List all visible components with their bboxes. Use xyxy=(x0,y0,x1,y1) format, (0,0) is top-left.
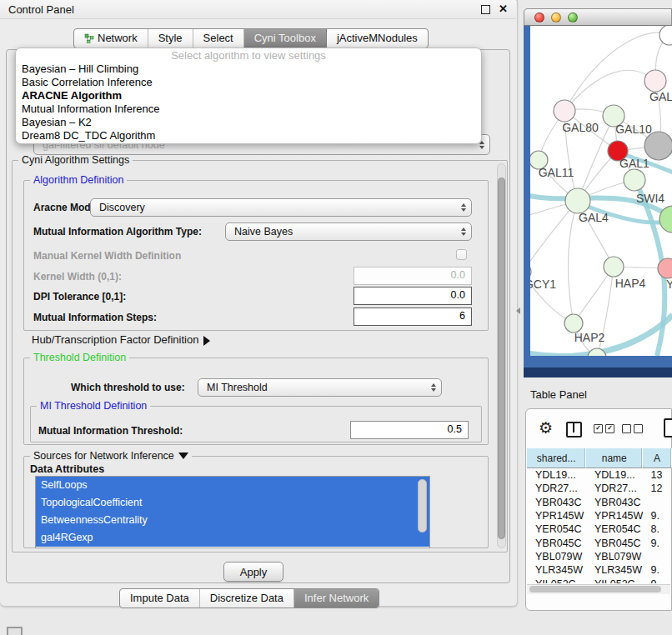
mi-type-value: Naive Bayes xyxy=(234,226,293,238)
network-node[interactable] xyxy=(564,314,583,332)
table-row[interactable]: YBL079WYBL079W xyxy=(527,550,672,563)
kernel-width-field[interactable]: 0.0 xyxy=(354,267,472,285)
algorithm-option[interactable]: Bayesian – K2 xyxy=(16,116,481,129)
column-header[interactable]: A xyxy=(643,448,672,468)
mi-threshold-definition-title: MI Threshold Definition xyxy=(37,400,150,412)
table-cell: 8. xyxy=(643,523,672,535)
table-row[interactable]: YLR345WYLR345W9. xyxy=(527,563,672,577)
threshold-definition-title: Threshold Definition xyxy=(30,352,129,363)
network-node[interactable] xyxy=(644,132,672,160)
network-canvas[interactable]: GALGAL80GAL10GAL1GAL11SWI4GAL4GCY1HAP4YH… xyxy=(530,26,672,356)
algorithm-option[interactable]: Basic Correlation Inference xyxy=(16,76,481,89)
control-panel-titlebar: Control Panel ✕ xyxy=(0,0,516,19)
table-cell: YBL079W xyxy=(586,551,643,562)
node-label: HAP2 xyxy=(574,331,605,344)
tab-network[interactable]: Network xyxy=(74,29,148,48)
mi-steps-field[interactable]: 6 xyxy=(354,308,472,326)
attribute-item-selected[interactable]: SelfLoops xyxy=(36,477,429,494)
aracne-mode-combo[interactable]: Discovery xyxy=(90,198,472,217)
tab-jactivemnodules[interactable]: jActiveMNodules xyxy=(327,29,428,48)
attribute-item-selected[interactable]: BetweennessCentrality xyxy=(36,512,429,529)
network-node[interactable] xyxy=(565,188,590,213)
data-attributes-list[interactable]: SelfLoops TopologicalCoefficient Between… xyxy=(35,476,430,548)
table-settings-gear-icon[interactable]: ⚙ xyxy=(539,420,553,436)
table-row[interactable]: YDR27...YDR27...12 xyxy=(527,482,672,495)
hub-definition-expander[interactable]: Hub/Transcription Factor Definition xyxy=(32,333,210,346)
algorithm-dropdown-prompt: Select algorithm to view settings xyxy=(16,48,481,62)
minimize-window-button[interactable] xyxy=(551,12,561,22)
tab-impute-data[interactable]: Impute Data xyxy=(120,589,200,608)
zoom-window-button[interactable] xyxy=(568,12,578,22)
table-cell: YER054C xyxy=(586,523,643,535)
sources-expander[interactable]: Sources for Network Inference xyxy=(30,450,192,462)
network-node[interactable] xyxy=(644,70,666,92)
attribute-item-selected[interactable]: TopologicalCoefficient xyxy=(36,494,429,512)
attribute-list-scrollbar[interactable] xyxy=(418,479,427,532)
close-panel-icon[interactable]: ✕ xyxy=(499,5,508,13)
minimized-panel-icon[interactable] xyxy=(7,627,23,635)
table-row[interactable]: YPR145WYPR145W9. xyxy=(527,509,672,522)
show-columns-icon[interactable] xyxy=(566,422,582,438)
panel-splitter-grip[interactable] xyxy=(516,308,520,314)
table-row[interactable]: YIL052CYIL052C9 xyxy=(527,577,672,583)
which-threshold-value: MI Threshold xyxy=(207,382,268,393)
table-cell: YLR345W xyxy=(527,564,586,576)
node-label: GAL10 xyxy=(615,122,652,136)
mi-threshold-field[interactable]: 0.5 xyxy=(350,421,469,439)
manual-kernel-checkbox[interactable] xyxy=(456,249,467,260)
select-all-rows-icon[interactable]: ✓ ✓ xyxy=(594,424,614,433)
aracne-mode-value: Discovery xyxy=(99,202,145,213)
tab-cyni-toolbox[interactable]: Cyni Toolbox xyxy=(244,29,327,48)
table-cell: YBL079W xyxy=(527,551,586,562)
mi-type-combo[interactable]: Naive Bayes xyxy=(225,222,472,241)
tab-network-label: Network xyxy=(98,32,138,44)
tab-discretize-data[interactable]: Discretize Data xyxy=(200,589,294,608)
attribute-item-selected[interactable]: gal4RGexp xyxy=(36,529,429,547)
algorithm-option-selected[interactable]: ARACNE Algorithm xyxy=(16,89,481,102)
tab-style-label: Style xyxy=(158,32,183,44)
expander-down-icon xyxy=(178,452,188,459)
tab-discretize-data-label: Discretize Data xyxy=(210,592,283,604)
dpi-tolerance-label: DPI Tolerance [0,1]: xyxy=(33,291,126,302)
which-threshold-label: Which threshold to use: xyxy=(71,382,185,393)
column-header[interactable]: shared... xyxy=(527,448,586,468)
table-row[interactable]: YER054CYER054C8. xyxy=(527,522,672,536)
tab-infer-network[interactable]: Infer Network xyxy=(294,589,379,608)
table-cell: YBR043C xyxy=(586,497,643,508)
deselect-all-rows-icon[interactable] xyxy=(622,424,643,433)
which-threshold-combo[interactable]: MI Threshold xyxy=(198,378,442,397)
table-cell: YBR045C xyxy=(586,538,643,549)
network-icon xyxy=(84,33,94,43)
network-window-bottom-edge xyxy=(524,368,672,378)
network-node[interactable] xyxy=(659,26,672,45)
network-node[interactable] xyxy=(604,257,624,277)
algorithm-option[interactable]: Dream8 DC_TDC Algorithm xyxy=(16,129,481,142)
apply-button-label: Apply xyxy=(240,566,268,578)
table-row[interactable]: YDL19...YDL19...13 xyxy=(527,468,672,482)
new-table-icon[interactable] xyxy=(664,418,672,438)
algorithm-option[interactable]: Mutual Information Inference xyxy=(16,102,481,116)
close-window-button[interactable] xyxy=(534,12,544,22)
network-node[interactable] xyxy=(554,100,575,122)
algorithm-definition-title: Algorithm Definition xyxy=(30,174,127,186)
dpi-tolerance-field[interactable]: 0.0 xyxy=(354,287,472,305)
tab-select[interactable]: Select xyxy=(193,29,244,48)
float-panel-icon[interactable] xyxy=(481,5,490,14)
node-label: GAL80 xyxy=(562,121,599,134)
mi-type-label: Mutual Information Algorithm Type: xyxy=(33,226,202,238)
network-node[interactable] xyxy=(624,169,645,191)
table-row[interactable]: YBR045CYBR045C9. xyxy=(527,536,672,549)
node-label: SWI4 xyxy=(636,192,664,205)
mi-steps-label: Mutual Information Steps: xyxy=(33,312,157,323)
unchecked-box-icon xyxy=(634,424,643,433)
table-header-row: shared... name A xyxy=(527,448,672,468)
column-header[interactable]: name xyxy=(586,448,643,468)
algorithm-option[interactable]: Bayesian – Hill Climbing xyxy=(16,62,481,76)
tab-style[interactable]: Style xyxy=(148,29,193,48)
table-hscrollbar-thumb[interactable] xyxy=(529,586,661,592)
network-window-titlebar[interactable] xyxy=(524,8,672,26)
table-row[interactable]: YBR043CYBR043C xyxy=(527,496,672,509)
node-label: Y xyxy=(666,278,672,291)
apply-button[interactable]: Apply xyxy=(223,562,283,582)
settings-scrollbar-thumb[interactable] xyxy=(498,178,505,539)
